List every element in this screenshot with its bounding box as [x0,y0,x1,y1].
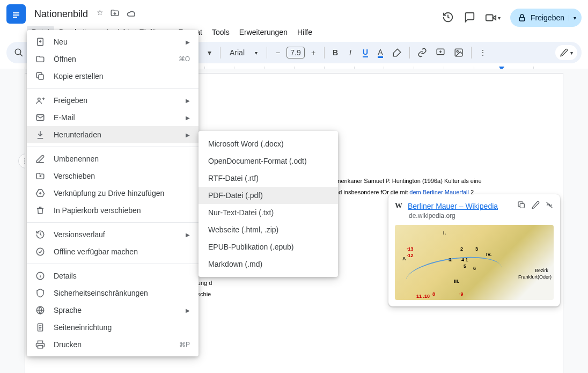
search-icon[interactable] [11,45,27,61]
more-toolbar-button[interactable]: ⋮ [476,45,490,60]
svg-rect-1 [13,14,19,16]
download-odt[interactable]: OpenDocument-Format (.odt) [199,152,338,170]
menu-make-copy[interactable]: Kopie erstellen [27,68,199,85]
font-family-select[interactable]: Arial ▾ [225,46,262,60]
menu-print[interactable]: Drucken⌘P [27,336,199,353]
download-md[interactable]: Markdown (.md) [199,255,338,273]
menu-extensions[interactable]: Erweiterungen [234,26,292,39]
link-preview-title[interactable]: Berliner Mauer – Wikipedia [408,202,512,210]
insert-comment-button[interactable] [432,45,449,61]
menu-rename[interactable]: Umbenennen [27,150,199,167]
svg-rect-4 [519,17,524,21]
font-size-input[interactable]: 7.9 [286,47,305,58]
download-pdf[interactable]: PDF-Datei (.pdf) [199,187,338,204]
comment-icon[interactable] [464,11,475,25]
meet-icon[interactable]: ▾ [485,12,501,24]
menu-tools[interactable]: Tools [207,26,234,39]
menu-offline[interactable]: Offline verfügbar machen [27,243,199,260]
wikipedia-icon: W [395,202,402,210]
italic-button[interactable]: I [344,45,357,60]
menu-new[interactable]: Neu▶ [27,33,199,50]
svg-point-13 [36,248,44,255]
font-increase[interactable]: + [307,45,320,60]
editing-mode-button[interactable]: ▾ [555,45,577,60]
copy-link-icon[interactable] [517,201,526,211]
font-decrease[interactable]: − [271,45,284,60]
download-html[interactable]: Webseite (.html, .zip) [199,221,338,238]
link-preview-image: I. ·13 ·12 A 2 II. 4 1 5 3 6 IV. III. 8 … [395,225,554,300]
menu-add-drive-shortcut[interactable]: Verknüpfung zu Drive hinzufügen [27,185,199,202]
menu-download[interactable]: Herunterladen▶ [27,126,199,143]
download-rtf[interactable]: RTF-Datei (.rtf) [199,170,338,187]
svg-rect-10 [39,75,43,79]
move-folder-icon[interactable] [110,8,120,20]
body-text: Amerikaner Samuel P. Huntington (1996a) … [332,178,482,184]
svg-point-5 [15,49,21,55]
edit-link-icon[interactable] [531,201,540,211]
star-icon[interactable]: ☆ [97,8,104,20]
highlight-button[interactable] [389,45,405,61]
underline-button[interactable]: U [359,45,372,61]
insert-link-button[interactable] [414,45,430,61]
share-label: Freigeben [531,13,564,22]
menu-open[interactable]: Öffnen⌘O [27,50,199,68]
text-color-button[interactable]: A [374,45,387,61]
menu-page-setup[interactable]: Seiteneinrichtung [27,319,199,336]
share-caret-icon[interactable]: ▾ [569,15,576,21]
insert-image-button[interactable] [451,45,467,61]
file-menu-dropdown: Neu▶ Öffnen⌘O Kopie erstellen Freigeben▶… [27,30,199,356]
menu-email[interactable]: E-Mail▶ [27,109,199,126]
menu-details[interactable]: Details [27,267,199,284]
download-submenu: Microsoft Word (.docx) OpenDocument-Form… [199,131,338,277]
menu-trash[interactable]: In Papierkorb verschieben [27,202,199,219]
share-button[interactable]: Freigeben ▾ [510,9,582,27]
download-docx[interactable]: Microsoft Word (.docx) [199,135,338,152]
menu-security[interactable]: Sicherheitseinschränkungen [27,284,199,302]
download-epub[interactable]: EPUB-Publikation (.epub) [199,238,338,255]
svg-rect-0 [13,12,19,13]
menu-move[interactable]: Verschieben [27,167,199,185]
cloud-status-icon[interactable] [126,8,137,20]
menu-version-history[interactable]: Versionsverlauf▶ [27,226,199,243]
svg-rect-3 [486,15,493,21]
styles-dropdown[interactable]: ▾ [203,45,216,60]
docs-logo[interactable] [6,4,26,24]
svg-rect-2 [13,17,17,18]
svg-rect-17 [38,346,43,348]
svg-rect-18 [520,203,524,208]
svg-point-8 [457,50,458,52]
history-icon[interactable] [442,11,454,25]
svg-point-11 [38,98,41,101]
bold-button[interactable]: B [329,45,342,60]
link-preview-url: de.wikipedia.org [409,212,554,220]
doc-title[interactable]: Nationenbild [31,8,91,21]
menu-share[interactable]: Freigeben▶ [27,92,199,109]
menu-language[interactable]: Sprache▶ [27,302,199,319]
download-txt[interactable]: Nur-Text-Datei (.txt) [199,204,338,221]
menu-help[interactable]: Hilfe [292,26,317,39]
remove-link-icon[interactable] [545,201,554,211]
link-preview-card: W Berliner Mauer – Wikipedia de.wikipedi… [388,194,560,306]
